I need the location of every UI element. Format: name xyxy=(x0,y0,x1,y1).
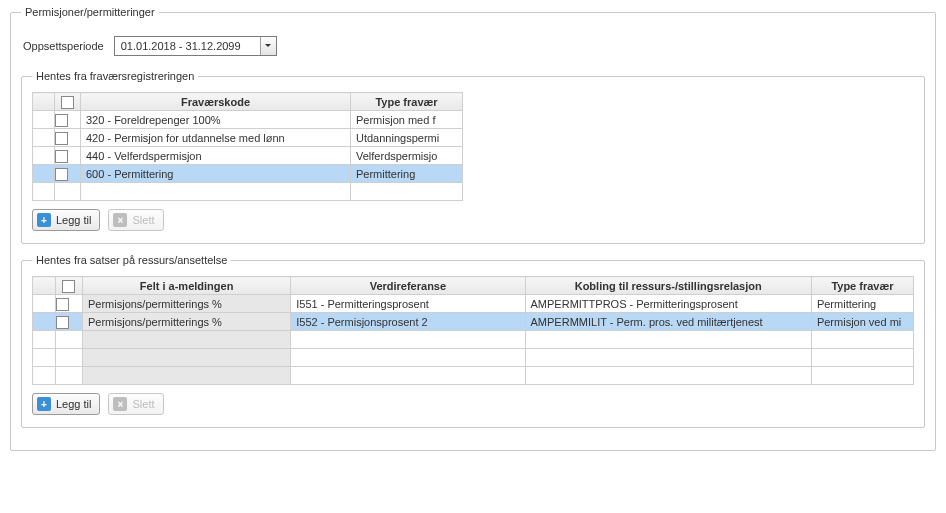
cell-code[interactable]: 600 - Permittering xyxy=(81,165,351,183)
grid2-buttons: + Legg til × Slett xyxy=(32,393,914,415)
chevron-down-icon xyxy=(260,37,276,55)
cell-kobling[interactable]: AMPERMITTPROS - Permitteringsprosent xyxy=(525,295,811,313)
checkbox-icon xyxy=(61,96,74,109)
col-verdi-header: Verdireferanse xyxy=(291,277,525,295)
cell-code[interactable]: 320 - Foreldrepenger 100% xyxy=(81,111,351,129)
checkbox-icon xyxy=(56,298,69,311)
delete-button: × Slett xyxy=(108,209,163,231)
cell-type[interactable]: Velferdspermisjo xyxy=(351,147,463,165)
table-row-empty[interactable] xyxy=(33,349,914,367)
row-marker xyxy=(33,165,55,183)
col-felt-header: Felt i a-meldingen xyxy=(82,277,290,295)
delete-button-label: Slett xyxy=(132,398,154,410)
cell-type[interactable]: Permittering xyxy=(351,165,463,183)
checkbox-icon xyxy=(55,150,68,163)
checkbox-icon xyxy=(62,280,75,293)
col-check-header[interactable] xyxy=(55,277,82,295)
cell-type[interactable]: Permisjon med f xyxy=(351,111,463,129)
cell-code[interactable]: 420 - Permisjon for utdannelse med lønn xyxy=(81,129,351,147)
legend-main: Permisjoner/permitteringer xyxy=(21,6,159,18)
cell-verdi[interactable]: I552 - Permisjonsprosent 2 xyxy=(291,313,525,331)
add-button-label: Legg til xyxy=(56,398,91,410)
add-button-label: Legg til xyxy=(56,214,91,226)
row-marker xyxy=(33,129,55,147)
col-check-header[interactable] xyxy=(55,93,81,111)
col-type-header: Type fravær xyxy=(351,93,463,111)
delete-button: × Slett xyxy=(108,393,163,415)
checkbox-icon xyxy=(55,132,68,145)
cell-verdi[interactable]: I551 - Permitteringsprosent xyxy=(291,295,525,313)
row-checkbox[interactable] xyxy=(55,165,81,183)
setup-period-value: 01.01.2018 - 31.12.2099 xyxy=(115,37,260,55)
table-row[interactable]: 440 - VelferdspermisjonVelferdspermisjo xyxy=(33,147,463,165)
row-checkbox[interactable] xyxy=(55,111,81,129)
legend-fravaer: Hentes fra fraværsregistreringen xyxy=(32,70,198,82)
cell-code[interactable]: 440 - Velferdspermisjon xyxy=(81,147,351,165)
row-marker xyxy=(33,295,56,313)
col-type-header: Type fravær xyxy=(811,277,913,295)
row-checkbox[interactable] xyxy=(55,313,82,331)
group-satser: Hentes fra satser på ressurs/ansettelse … xyxy=(21,254,925,428)
setup-period-dropdown[interactable]: 01.01.2018 - 31.12.2099 xyxy=(114,36,277,56)
add-button[interactable]: + Legg til xyxy=(32,209,100,231)
col-kobling-header: Kobling til ressurs-/stillingsrelasjon xyxy=(525,277,811,295)
col-marker xyxy=(33,93,55,111)
row-marker xyxy=(33,147,55,165)
plus-icon: + xyxy=(37,397,51,411)
delete-icon: × xyxy=(113,213,127,227)
table-row-empty[interactable] xyxy=(33,183,463,201)
checkbox-icon xyxy=(56,316,69,329)
grid-fravaer: Fraværskode Type fravær 320 - Foreldrepe… xyxy=(32,92,463,201)
col-marker xyxy=(33,277,56,295)
table-row-empty[interactable] xyxy=(33,331,914,349)
checkbox-icon xyxy=(55,114,68,127)
table-row[interactable]: 320 - Foreldrepenger 100%Permisjon med f xyxy=(33,111,463,129)
cell-kobling[interactable]: AMPERMMILIT - Perm. pros. ved militærtje… xyxy=(525,313,811,331)
group-permisjoner: Permisjoner/permitteringer Oppsettsperio… xyxy=(10,6,936,451)
table-row[interactable]: Permisjons/permitterings %I551 - Permitt… xyxy=(33,295,914,313)
legend-satser: Hentes fra satser på ressurs/ansettelse xyxy=(32,254,231,266)
cell-type[interactable]: Permisjon ved mi xyxy=(811,313,913,331)
row-marker xyxy=(33,111,55,129)
group-fravaer: Hentes fra fraværsregistreringen Fraværs… xyxy=(21,70,925,244)
add-button[interactable]: + Legg til xyxy=(32,393,100,415)
cell-type[interactable]: Permittering xyxy=(811,295,913,313)
plus-icon: + xyxy=(37,213,51,227)
delete-icon: × xyxy=(113,397,127,411)
table-row[interactable]: 600 - PermitteringPermittering xyxy=(33,165,463,183)
setup-row: Oppsettsperiode 01.01.2018 - 31.12.2099 xyxy=(23,36,925,56)
checkbox-icon xyxy=(55,168,68,181)
cell-type[interactable]: Utdanningspermi xyxy=(351,129,463,147)
grid-satser: Felt i a-meldingen Verdireferanse Koblin… xyxy=(32,276,914,385)
row-marker xyxy=(33,313,56,331)
setup-label: Oppsettsperiode xyxy=(23,40,104,52)
table-row[interactable]: Permisjons/permitterings %I552 - Permisj… xyxy=(33,313,914,331)
cell-felt[interactable]: Permisjons/permitterings % xyxy=(82,313,290,331)
table-row-empty[interactable] xyxy=(33,367,914,385)
table-row[interactable]: 420 - Permisjon for utdannelse med lønnU… xyxy=(33,129,463,147)
col-code-header: Fraværskode xyxy=(81,93,351,111)
delete-button-label: Slett xyxy=(132,214,154,226)
row-checkbox[interactable] xyxy=(55,295,82,313)
row-checkbox[interactable] xyxy=(55,129,81,147)
cell-felt[interactable]: Permisjons/permitterings % xyxy=(82,295,290,313)
row-checkbox[interactable] xyxy=(55,147,81,165)
grid1-buttons: + Legg til × Slett xyxy=(32,209,914,231)
